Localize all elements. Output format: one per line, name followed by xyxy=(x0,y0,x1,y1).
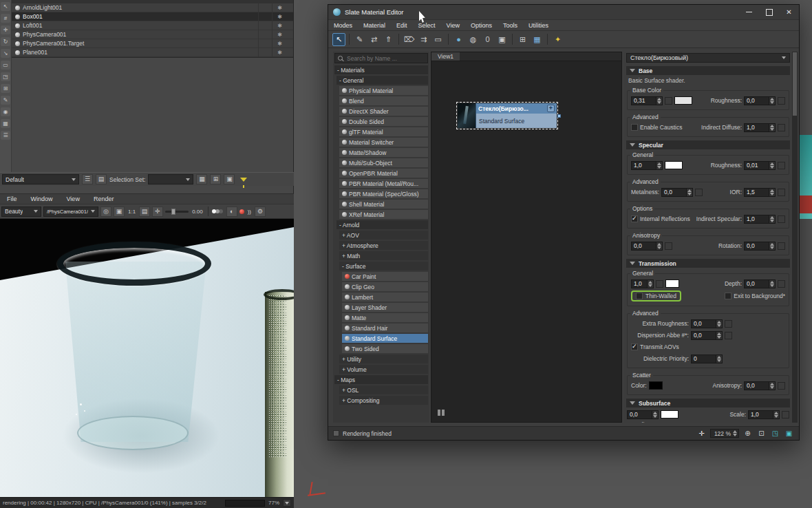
list-tool-icon[interactable]: ☰ xyxy=(1,131,10,140)
slider-thumb[interactable] xyxy=(171,209,175,215)
menu-view[interactable]: View xyxy=(441,22,465,29)
material-node[interactable]: Стекло(Бирюзо... + Standard Surface xyxy=(456,102,558,129)
close-button[interactable]: ✕ xyxy=(779,5,799,19)
scatter-color-swatch[interactable] xyxy=(649,381,663,390)
specular-roughness-spinner[interactable]: 0,01 xyxy=(744,161,776,170)
transmission-color-swatch[interactable] xyxy=(665,279,679,288)
layout-all-icon[interactable]: ▦ xyxy=(531,33,544,46)
spinner-arrows-icon[interactable] xyxy=(769,189,775,196)
scene-row[interactable]: PhysCamera001✱ xyxy=(12,30,293,39)
material-item[interactable]: Two Sided xyxy=(342,344,428,353)
spinner-arrows-icon[interactable] xyxy=(769,215,775,223)
spinner-arrows-icon[interactable] xyxy=(656,242,662,250)
spinner-arrows-icon[interactable] xyxy=(652,411,658,419)
scene-row[interactable]: ArnoldLight001✱ xyxy=(12,3,293,12)
layout-icon[interactable]: ▤ xyxy=(139,207,150,217)
extra-roughness-map-button[interactable] xyxy=(725,320,732,328)
material-item[interactable]: PBR Material (Metal/Rou... xyxy=(339,179,428,188)
delete-selected-icon[interactable]: ⌦ xyxy=(403,33,416,46)
indirect-diffuse-spinner[interactable]: 1,0 xyxy=(744,123,776,132)
zoom-extents-all-icon[interactable]: ▣ xyxy=(784,428,794,438)
specular-color-swatch[interactable] xyxy=(665,161,683,169)
depth-map-button[interactable] xyxy=(778,280,785,288)
spinner-arrows-icon[interactable] xyxy=(647,280,653,288)
thin-walled-checkbox[interactable] xyxy=(636,293,643,299)
rotate-tool-icon[interactable]: ↻ xyxy=(1,37,10,46)
material-item[interactable]: Double Sided xyxy=(339,117,428,126)
zoom-ratio[interactable]: 1:1 xyxy=(127,209,137,215)
scene-row-selected[interactable]: Box001✱ xyxy=(12,12,293,21)
edit-set-icon[interactable]: ▣ xyxy=(224,174,235,184)
show-background-icon[interactable]: ◍ xyxy=(467,33,480,46)
material-item[interactable]: Material Switcher xyxy=(339,138,428,147)
metalness-map-button[interactable] xyxy=(695,189,703,196)
pan-tool-icon[interactable] xyxy=(438,410,445,416)
spinner-arrows-icon[interactable] xyxy=(769,97,775,105)
menu-window[interactable]: Window xyxy=(24,195,60,202)
metalness-spinner[interactable]: 0,0 xyxy=(661,188,693,197)
exposure-slider[interactable] xyxy=(165,211,189,213)
rollout-subsurface[interactable]: Subsurface xyxy=(626,399,790,408)
material-item[interactable]: Matte/Shadow xyxy=(339,148,428,157)
material-item[interactable]: Matte xyxy=(342,313,428,322)
rotation-spinner[interactable]: 0,0 xyxy=(744,242,776,251)
pick-material-icon[interactable]: ✎ xyxy=(353,33,366,46)
assign-material-icon[interactable]: ⇄ xyxy=(367,33,381,46)
menu-tools[interactable]: Tools xyxy=(498,22,523,29)
subsurface-weight-spinner[interactable]: 0,0 xyxy=(627,410,659,419)
node-header[interactable]: Стекло(Бирюзо... + xyxy=(476,103,557,114)
filter-funnel-icon[interactable] xyxy=(240,178,247,182)
scatter-anisotropy-map-button[interactable] xyxy=(778,382,785,390)
render-preview-icon[interactable]: ✦ xyxy=(551,33,564,46)
tree-group-surface[interactable]: - Surface xyxy=(339,262,428,271)
scatter-anisotropy-spinner[interactable]: 0,0 xyxy=(744,381,776,390)
material-item-selected[interactable]: Standard Surface xyxy=(342,334,428,343)
grid-icon[interactable]: ▦ xyxy=(196,174,207,184)
rollout-transmission[interactable]: Transmission xyxy=(626,259,790,268)
layers-icon[interactable]: ▤ xyxy=(96,174,107,184)
zoom-icon[interactable]: ⊕ xyxy=(742,428,753,438)
material-item[interactable]: Blend xyxy=(339,96,428,105)
spinner-arrows-icon[interactable] xyxy=(686,189,692,196)
render-settings-gear-icon[interactable]: ⚙ xyxy=(255,207,266,217)
new-set-icon[interactable]: ⊞ xyxy=(210,174,221,184)
render-toggle-icon[interactable]: ✱ xyxy=(277,41,282,47)
tab-view1[interactable]: View1 xyxy=(431,52,460,61)
extra-roughness-spinner[interactable]: 0,0 xyxy=(691,319,723,328)
material-item[interactable]: DirectX Shader xyxy=(339,107,428,116)
render-viewport[interactable] xyxy=(0,219,294,497)
scale-spinner[interactable]: 1,0 xyxy=(748,410,780,419)
search-input[interactable] xyxy=(345,54,425,63)
material-item[interactable]: Lambert xyxy=(342,293,428,301)
indirect-specular-map-button[interactable] xyxy=(778,215,785,223)
ior-spinner[interactable]: 1,5 xyxy=(744,188,776,197)
show-shaded-material-icon[interactable]: ● xyxy=(452,33,465,46)
material-item[interactable]: Standard Hair xyxy=(342,324,428,332)
pan-hand-icon[interactable]: ✛ xyxy=(696,428,707,438)
node-view[interactable]: View1 Стекло(Бирюзо... + Standard Surfac… xyxy=(431,52,622,423)
material-id-channel-icon[interactable]: ▣ xyxy=(495,33,509,46)
rollout-specular[interactable]: Specular xyxy=(626,140,790,149)
scale-tool-icon[interactable]: ↘ xyxy=(1,49,10,58)
menu-options[interactable]: Options xyxy=(465,22,498,29)
hide-unused-slots-icon[interactable]: ▭ xyxy=(431,33,445,46)
anisotropy-map-button[interactable] xyxy=(665,242,672,250)
specular-roughness-map-button[interactable] xyxy=(778,162,785,169)
spinner-arrows-icon[interactable] xyxy=(716,355,722,363)
spinner-arrows-icon[interactable] xyxy=(656,97,662,105)
exit-to-background-checkbox[interactable] xyxy=(725,293,731,299)
lock-view-icon[interactable]: ▣ xyxy=(114,207,125,217)
subsurface-color-swatch[interactable] xyxy=(661,410,679,419)
named-selection-dropdown[interactable]: Default xyxy=(2,174,79,184)
minimize-button[interactable] xyxy=(739,5,759,19)
browser-search[interactable] xyxy=(334,53,428,63)
internal-reflections-checkbox[interactable] xyxy=(631,215,638,222)
camera-dropdown[interactable]: /PhysCamera001/C xyxy=(43,207,98,217)
specular-weight-spinner[interactable]: 1,0 xyxy=(631,161,663,170)
menu-modes[interactable]: Modes xyxy=(328,22,358,29)
material-name-dropdown[interactable]: Стекло(Бирюзовый) xyxy=(626,53,790,63)
tree-group-general[interactable]: - General xyxy=(336,76,428,85)
base-color-swatch[interactable] xyxy=(674,96,692,105)
spinner-arrows-icon[interactable] xyxy=(769,280,775,288)
render-tool-icon[interactable]: ◉ xyxy=(1,107,10,116)
